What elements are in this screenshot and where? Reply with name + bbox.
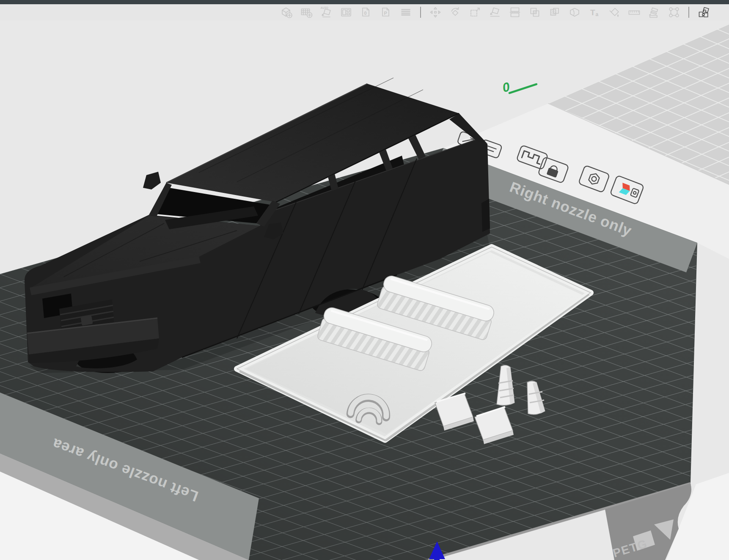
split-parts-button[interactable] (528, 5, 542, 19)
svg-text:T: T (590, 8, 595, 17)
svg-text:0: 0 (364, 11, 367, 16)
svg-text:P: P (384, 11, 387, 16)
move-button[interactable] (428, 5, 443, 19)
toolbar-separator (688, 7, 689, 18)
import-geometry-icon: 0 (359, 5, 373, 19)
move-icon (429, 5, 442, 19)
arrange-icon (339, 5, 353, 19)
color-paint-icon (608, 5, 621, 19)
add-text-button[interactable]: Ta (587, 5, 602, 19)
svg-text:a: a (596, 11, 599, 17)
toolbar-separator (420, 7, 421, 18)
cut-button[interactable] (567, 5, 582, 19)
add-plate-button[interactable] (299, 5, 314, 19)
taillight (481, 199, 490, 232)
measure-icon (627, 5, 641, 19)
split-parts-icon (528, 5, 542, 19)
support-paint-icon (647, 5, 661, 19)
rotate-button[interactable] (448, 5, 462, 19)
boolean-icon (548, 5, 561, 19)
boolean-button[interactable] (547, 5, 562, 19)
seam-paint-button[interactable] (667, 5, 681, 19)
svg-text:AUTO: AUTO (321, 6, 328, 9)
scale-icon (468, 5, 482, 19)
object-list-button[interactable] (399, 5, 413, 19)
lay-flat-button[interactable] (488, 5, 502, 19)
support-paint-button[interactable] (647, 5, 661, 19)
assembly-view-button[interactable] (696, 5, 711, 19)
add-text-icon: Ta (588, 5, 601, 19)
add-plate-icon (300, 5, 313, 19)
window-top-strip (0, 0, 729, 4)
split-objects-icon (508, 5, 522, 19)
measure-button[interactable] (627, 5, 641, 19)
arrange-button[interactable] (339, 5, 353, 19)
import-project-icon: P (379, 5, 393, 19)
import-project-button[interactable]: P (379, 5, 393, 19)
object-list-icon (399, 5, 413, 19)
rotate-icon (448, 5, 462, 19)
import-geometry-button[interactable]: 0 (359, 5, 373, 19)
assembly-view-icon (697, 5, 710, 19)
scale-button[interactable] (468, 5, 482, 19)
add-model-icon (280, 5, 293, 19)
seam-paint-icon (667, 5, 681, 19)
lay-flat-icon (488, 5, 502, 19)
auto-orient-icon: AUTO (319, 5, 333, 19)
color-paint-button[interactable] (607, 5, 622, 19)
add-model-button[interactable] (279, 5, 294, 19)
viewport-3d[interactable]: Right nozzle only Left nozzle only area … (0, 0, 729, 560)
main-toolbar: AUTO 0 P Ta (0, 4, 729, 20)
slicer-window: AUTO 0 P Ta (0, 0, 729, 560)
split-objects-button[interactable] (508, 5, 522, 19)
cut-icon (568, 5, 581, 19)
auto-orient-button[interactable]: AUTO (319, 5, 333, 19)
